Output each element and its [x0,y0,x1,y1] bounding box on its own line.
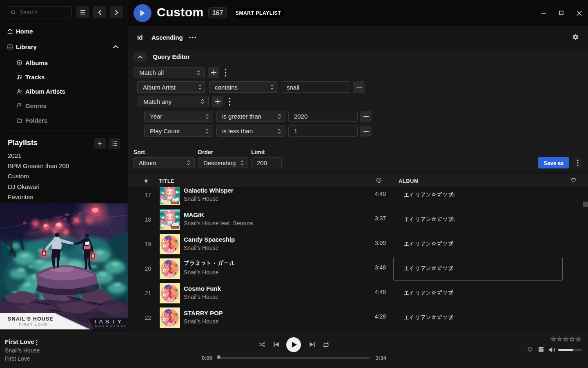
svg-text:TASTY: TASTY [94,319,124,325]
svg-text:FIRST LOVE: FIRST LOVE [19,322,47,327]
svg-text:SNAIL’S HOUSE: SNAIL’S HOUSE [8,316,53,322]
